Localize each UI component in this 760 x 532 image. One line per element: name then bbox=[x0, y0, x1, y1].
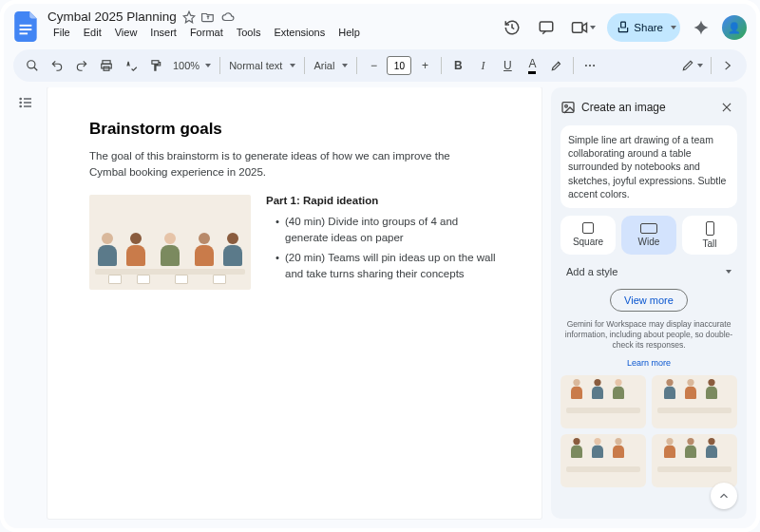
aspect-tall[interactable]: Tall bbox=[682, 216, 737, 255]
svg-point-12 bbox=[589, 65, 591, 66]
learn-more-link[interactable]: Learn more bbox=[560, 358, 737, 368]
spellcheck-icon[interactable] bbox=[120, 54, 142, 77]
print-icon[interactable] bbox=[95, 54, 118, 77]
svg-point-18 bbox=[565, 104, 568, 107]
menu-insert[interactable]: Insert bbox=[144, 25, 182, 40]
style-dropdown[interactable]: Add a style bbox=[560, 262, 737, 281]
star-icon[interactable] bbox=[182, 10, 196, 24]
docs-logo[interactable] bbox=[13, 10, 40, 44]
svg-rect-1 bbox=[20, 28, 32, 30]
aspect-square[interactable]: Square bbox=[560, 216, 616, 255]
menu-view[interactable]: View bbox=[109, 25, 143, 40]
undo-icon[interactable] bbox=[46, 54, 68, 77]
svg-point-11 bbox=[585, 65, 587, 66]
font-dropdown[interactable]: Arial bbox=[310, 54, 352, 77]
prompt-textarea[interactable]: Simple line art drawing of a team collab… bbox=[560, 125, 737, 208]
cloud-status-icon[interactable] bbox=[220, 10, 236, 24]
zoom-dropdown[interactable]: 100% bbox=[169, 54, 215, 77]
share-button[interactable]: Share bbox=[607, 13, 680, 42]
svg-point-14 bbox=[20, 98, 21, 99]
menu-tools[interactable]: Tools bbox=[231, 25, 267, 40]
font-size-increase[interactable]: + bbox=[413, 54, 436, 77]
app-header: Cymbal 2025 Planning File Edit View Inse… bbox=[4, 4, 756, 44]
svg-rect-5 bbox=[621, 22, 626, 28]
font-size-input[interactable] bbox=[387, 56, 411, 75]
svg-point-15 bbox=[20, 102, 21, 103]
editing-mode-button[interactable] bbox=[678, 54, 706, 77]
svg-rect-0 bbox=[20, 25, 32, 27]
move-icon[interactable] bbox=[201, 10, 215, 24]
style-dropdown[interactable]: Normal text bbox=[225, 54, 299, 77]
create-image-panel: Create an image Simple line art drawing … bbox=[551, 87, 747, 519]
toolbar: 100% Normal text Arial − + B I U A bbox=[13, 49, 747, 82]
disclaimer-text: Gemini for Workspace may display inaccur… bbox=[560, 319, 737, 351]
bullet-item[interactable]: (20 min) Teams will pin ideas up on the … bbox=[276, 250, 500, 283]
search-icon[interactable] bbox=[21, 54, 44, 77]
image-icon bbox=[560, 100, 576, 115]
text-color-button[interactable]: A bbox=[521, 54, 543, 77]
meet-button[interactable] bbox=[567, 17, 599, 38]
italic-button[interactable]: I bbox=[471, 54, 494, 77]
underline-button[interactable]: U bbox=[496, 54, 519, 77]
svg-rect-10 bbox=[152, 61, 159, 65]
outline-rail bbox=[13, 87, 38, 519]
account-avatar[interactable]: 👤 bbox=[722, 15, 747, 40]
menu-format[interactable]: Format bbox=[184, 25, 229, 40]
close-icon[interactable] bbox=[716, 97, 737, 118]
scroll-up-fab[interactable] bbox=[711, 483, 737, 509]
svg-point-16 bbox=[20, 105, 21, 106]
menu-file[interactable]: File bbox=[48, 25, 76, 40]
more-tools-icon[interactable] bbox=[579, 54, 601, 77]
svg-rect-3 bbox=[541, 22, 554, 31]
panel-title: Create an image bbox=[581, 101, 711, 114]
result-thumbnail[interactable] bbox=[560, 434, 646, 487]
menu-help[interactable]: Help bbox=[332, 25, 366, 40]
history-icon[interactable] bbox=[499, 14, 525, 41]
share-label: Share bbox=[634, 22, 663, 33]
result-thumbnail[interactable] bbox=[652, 375, 737, 428]
document-image[interactable] bbox=[89, 195, 251, 290]
svg-rect-4 bbox=[573, 23, 583, 33]
bullet-item[interactable]: (40 min) Divide into groups of 4 and gen… bbox=[276, 214, 500, 247]
section-title[interactable]: Part 1: Rapid ideation bbox=[266, 195, 500, 206]
outline-toggle-icon[interactable] bbox=[14, 91, 37, 114]
svg-point-13 bbox=[593, 65, 595, 66]
menu-extensions[interactable]: Extensions bbox=[268, 25, 331, 40]
document-canvas[interactable]: Brainstorm goals The goal of this brains… bbox=[48, 87, 542, 519]
collapse-panel-icon[interactable] bbox=[716, 54, 739, 77]
document-intro[interactable]: The goal of this brainstorm is to genera… bbox=[89, 148, 469, 181]
paint-format-icon[interactable] bbox=[144, 54, 167, 77]
comments-icon[interactable] bbox=[533, 14, 560, 41]
view-more-button[interactable]: View more bbox=[610, 289, 688, 312]
svg-rect-2 bbox=[20, 32, 28, 34]
gemini-icon[interactable] bbox=[688, 14, 714, 41]
redo-icon[interactable] bbox=[70, 54, 93, 77]
aspect-wide[interactable]: Wide bbox=[621, 216, 676, 255]
highlight-button[interactable] bbox=[545, 54, 568, 77]
document-heading[interactable]: Brainstorm goals bbox=[89, 120, 500, 139]
svg-rect-17 bbox=[562, 103, 574, 113]
result-thumbnail[interactable] bbox=[652, 434, 737, 487]
menu-bar: File Edit View Insert Format Tools Exten… bbox=[48, 25, 491, 40]
document-title[interactable]: Cymbal 2025 Planning bbox=[48, 10, 177, 24]
svg-point-6 bbox=[28, 61, 35, 68]
bold-button[interactable]: B bbox=[446, 54, 469, 77]
font-size-decrease[interactable]: − bbox=[362, 54, 385, 77]
menu-edit[interactable]: Edit bbox=[78, 25, 107, 40]
svg-rect-8 bbox=[102, 64, 112, 68]
result-thumbnail[interactable] bbox=[560, 375, 646, 428]
